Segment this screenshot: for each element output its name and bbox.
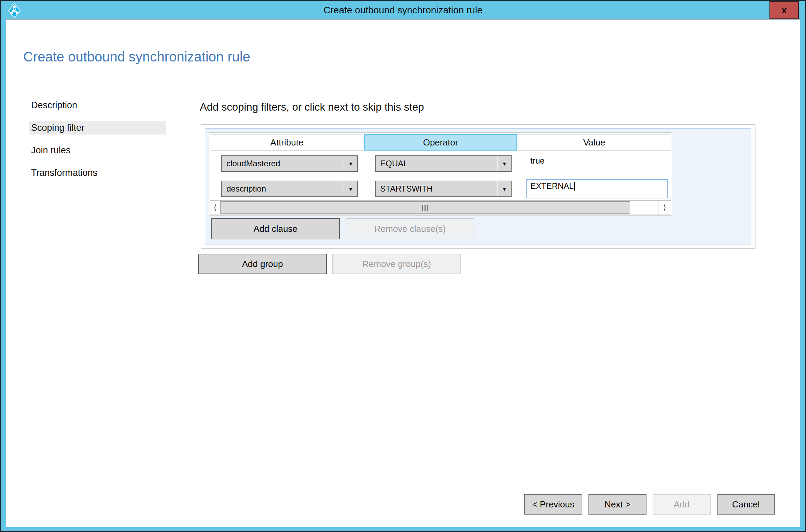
- previous-button[interactable]: < Previous: [524, 494, 582, 515]
- sidebar-item-description[interactable]: Description: [29, 98, 166, 112]
- page-title: Create outbound synchronization rule: [23, 49, 250, 65]
- value-text: EXTERNAL: [530, 181, 574, 191]
- operator-dropdown[interactable]: STARTSWITH ▼: [375, 181, 512, 197]
- grid-header-row: Attribute Operator Value: [211, 134, 670, 151]
- sidebar-item-scoping-filter[interactable]: Scoping filter: [29, 121, 166, 135]
- column-header-attribute[interactable]: Attribute: [211, 134, 363, 151]
- scoping-filter-group-box: Attribute Operator Value cloudMastered ▼…: [201, 124, 755, 249]
- value-input-focused[interactable]: EXTERNAL: [526, 179, 668, 198]
- clause-row: cloudMastered ▼ EQUAL ▼ true: [209, 151, 672, 176]
- scroll-right-icon[interactable]: ⟩: [658, 201, 671, 214]
- value-input[interactable]: true: [526, 154, 668, 173]
- titlebar: Create outbound synchronization rule x: [1, 1, 805, 19]
- window-title: Create outbound synchronization rule: [1, 1, 805, 19]
- attribute-dropdown[interactable]: cloudMastered ▼: [221, 155, 358, 172]
- chevron-down-icon[interactable]: ▼: [344, 181, 357, 196]
- wizard-steps-sidebar: Description Scoping filter Join rules Tr…: [29, 98, 166, 188]
- attribute-dropdown-value: cloudMastered: [222, 159, 344, 168]
- wizard-navigation-buttons: < Previous Next > Add Cancel: [524, 494, 775, 515]
- horizontal-scrollbar[interactable]: ⟨ ⟩: [210, 200, 671, 214]
- group-button-row: Add group Remove group(s): [198, 254, 461, 274]
- operator-dropdown-value: STARTSWITH: [376, 184, 497, 194]
- chevron-down-icon[interactable]: ▼: [497, 181, 511, 196]
- clause-row: description ▼ STARTSWITH ▼ EXTERNAL: [209, 177, 672, 201]
- dialog-window: Create outbound synchronization rule x C…: [0, 0, 806, 532]
- operator-dropdown-value: EQUAL: [376, 159, 497, 168]
- sidebar-item-join-rules[interactable]: Join rules: [29, 143, 166, 157]
- scroll-left-icon[interactable]: ⟨: [210, 201, 220, 214]
- add-group-button[interactable]: Add group: [198, 254, 327, 274]
- chevron-down-icon[interactable]: ▼: [497, 156, 511, 171]
- sidebar-item-transformations[interactable]: Transformations: [29, 166, 166, 180]
- chevron-down-icon[interactable]: ▼: [344, 156, 357, 171]
- scroll-grip-icon: [422, 205, 428, 211]
- section-heading: Add scoping filters, or click next to sk…: [200, 101, 424, 113]
- scrollbar-thumb[interactable]: [220, 201, 630, 214]
- add-clause-button[interactable]: Add clause: [211, 218, 340, 239]
- operator-dropdown[interactable]: EQUAL ▼: [375, 155, 512, 172]
- attribute-dropdown-value: description: [222, 184, 344, 194]
- filter-group-panel: Attribute Operator Value cloudMastered ▼…: [205, 128, 751, 244]
- remove-groups-button[interactable]: Remove group(s): [332, 254, 461, 274]
- attribute-dropdown[interactable]: description ▼: [221, 181, 358, 197]
- value-text: true: [530, 156, 544, 165]
- column-header-operator[interactable]: Operator: [364, 134, 517, 151]
- scrollbar-track[interactable]: [220, 201, 658, 214]
- close-button[interactable]: x: [769, 1, 799, 19]
- dialog-content: Create outbound synchronization rule Des…: [6, 19, 800, 527]
- cancel-button[interactable]: Cancel: [717, 494, 775, 515]
- next-button[interactable]: Next >: [588, 494, 647, 515]
- add-button[interactable]: Add: [653, 494, 711, 515]
- text-cursor: [574, 182, 575, 191]
- clause-button-row: Add clause Remove clause(s): [211, 218, 474, 239]
- remove-clauses-button[interactable]: Remove clause(s): [346, 218, 474, 239]
- column-header-value[interactable]: Value: [518, 134, 670, 151]
- filter-clause-grid: Attribute Operator Value cloudMastered ▼…: [209, 132, 672, 215]
